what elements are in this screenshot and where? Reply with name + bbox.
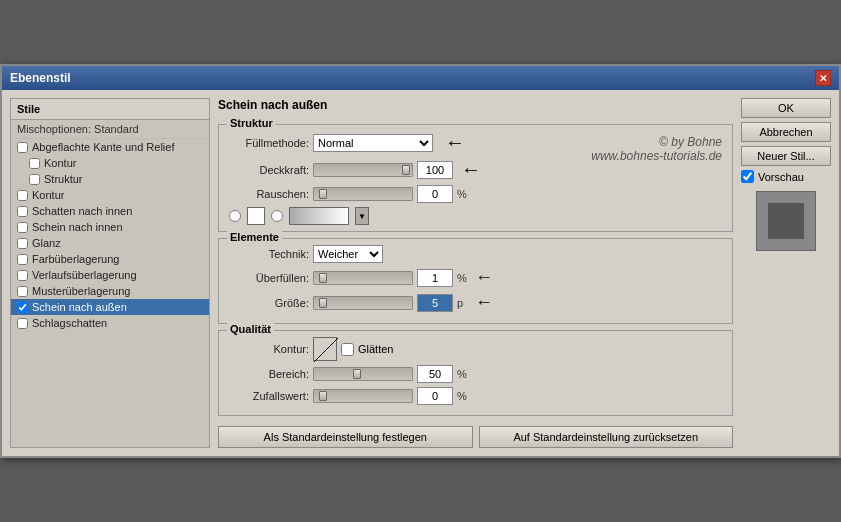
close-button[interactable]: ✕ xyxy=(815,70,831,86)
technik-select[interactable]: Weicher xyxy=(313,245,383,263)
sidebar-item-kontur2[interactable]: Kontur xyxy=(11,187,209,203)
sidebar-item-farbueberl[interactable]: Farbüberlagerung xyxy=(11,251,209,267)
sidebar-item-schein-aussen[interactable]: Schein nach außen xyxy=(11,299,209,315)
fuellmethode-row: Füllmethode: Normal ← xyxy=(229,131,722,154)
groesse-label: Größe: xyxy=(229,297,309,309)
qualitaet-section: Qualität Kontur: Glätten Bereich: xyxy=(218,330,733,416)
color-swatch-white[interactable] xyxy=(247,207,265,225)
technik-row: Technik: Weicher xyxy=(229,245,722,263)
checkbox-struktur[interactable] xyxy=(29,174,40,185)
groesse-pixel: p xyxy=(457,297,471,309)
rauschen-slider[interactable] xyxy=(313,187,413,201)
sidebar-item-struktur[interactable]: Struktur xyxy=(11,171,209,187)
ueberfuellen-slider[interactable] xyxy=(313,271,413,285)
groesse-row: Größe: p ← xyxy=(229,292,722,313)
color-row: ▼ xyxy=(229,207,722,225)
fuellmethode-select[interactable]: Normal xyxy=(313,134,433,152)
reset-standard-button[interactable]: Auf Standardeinstellung zurücksetzen xyxy=(479,426,734,448)
checkbox-verlaufsueberl[interactable] xyxy=(17,270,28,281)
sidebar-label-schatten-innen: Schatten nach innen xyxy=(32,205,132,217)
zufallswert-slider[interactable] xyxy=(313,389,413,403)
gradient-bar[interactable] xyxy=(289,207,349,225)
sidebar-label-kontur1: Kontur xyxy=(44,157,76,169)
sidebar-item-verlaufsueberl[interactable]: Verlaufsüberlagerung xyxy=(11,267,209,283)
titlebar: Ebenenstil ✕ xyxy=(2,66,839,90)
glaetten-checkbox[interactable] xyxy=(341,343,354,356)
ueberfuellen-row: Überfüllen: % ← xyxy=(229,267,722,288)
ueberfuellen-label: Überfüllen: xyxy=(229,272,309,284)
styles-header: Stile xyxy=(11,99,209,120)
checkbox-farbueberl[interactable] xyxy=(17,254,28,265)
neuer-stil-button[interactable]: Neuer Stil... xyxy=(741,146,831,166)
sidebar-item-glanz[interactable]: Glanz xyxy=(11,235,209,251)
checkbox-kontur2[interactable] xyxy=(17,190,28,201)
sidebar-label-glanz: Glanz xyxy=(32,237,61,249)
bereich-label: Bereich: xyxy=(229,368,309,380)
sidebar-item-musterueberl[interactable]: Musterüberlagerung xyxy=(11,283,209,299)
checkbox-schein-aussen[interactable] xyxy=(17,302,28,313)
sidebar-item-schlagschatten[interactable]: Schlagschatten xyxy=(11,315,209,331)
deckkraft-slider[interactable] xyxy=(313,163,413,177)
groesse-input[interactable] xyxy=(417,294,453,312)
bereich-slider[interactable] xyxy=(313,367,413,381)
checkbox-schein-innen[interactable] xyxy=(17,222,28,233)
checkbox-abgeflachte[interactable] xyxy=(17,142,28,153)
content-area: Stile Mischoptionen: Standard Abgeflacht… xyxy=(2,90,839,456)
bottom-buttons: Als Standardeinstellung festlegen Auf St… xyxy=(218,426,733,448)
sidebar-label-schein-innen: Schein nach innen xyxy=(32,221,123,233)
checkbox-kontur1[interactable] xyxy=(29,158,40,169)
bereich-input[interactable] xyxy=(417,365,453,383)
sidebar-label-verlaufsueberl: Verlaufsüberlagerung xyxy=(32,269,137,281)
sidebar-item-kontur1[interactable]: Kontur xyxy=(11,155,209,171)
sidebar-label-schein-aussen: Schein nach außen xyxy=(32,301,127,313)
sidebar-item-schein-innen[interactable]: Schein nach innen xyxy=(11,219,209,235)
right-panel: OK Abbrechen Neuer Stil... Vorschau xyxy=(741,98,831,448)
radio-solid[interactable] xyxy=(229,210,241,222)
arrow-fuellmethode: ← xyxy=(445,131,465,154)
kontur-label: Kontur: xyxy=(229,343,309,355)
ueberfuellen-input[interactable] xyxy=(417,269,453,287)
sidebar-item-abgeflachte[interactable]: Abgeflachte Kante und Relief xyxy=(11,139,209,155)
fuellmethode-label: Füllmethode: xyxy=(229,137,309,149)
elemente-label: Elemente xyxy=(227,231,282,243)
checkbox-schlagschatten[interactable] xyxy=(17,318,28,329)
sidebar-label-farbueberl: Farbüberlagerung xyxy=(32,253,119,265)
gradient-dropdown-arrow[interactable]: ▼ xyxy=(355,207,369,225)
groesse-slider[interactable] xyxy=(313,296,413,310)
arrow-deckkraft: ← xyxy=(461,158,481,181)
qualitaet-label: Qualität xyxy=(227,323,274,335)
sidebar-label-struktur: Struktur xyxy=(44,173,83,185)
checkbox-musterueberl[interactable] xyxy=(17,286,28,297)
rauschen-label: Rauschen: xyxy=(229,188,309,200)
vorschau-checkbox[interactable] xyxy=(741,170,754,183)
rauschen-percent: % xyxy=(457,188,471,200)
sidebar-item-schatten-innen[interactable]: Schatten nach innen xyxy=(11,203,209,219)
fuellmethode-container: Normal xyxy=(313,134,433,152)
sidebar-label-schlagschatten: Schlagschatten xyxy=(32,317,107,329)
zufallswert-input[interactable] xyxy=(417,387,453,405)
checkbox-glanz[interactable] xyxy=(17,238,28,249)
abbrechen-button[interactable]: Abbrechen xyxy=(741,122,831,142)
rauschen-row: Rauschen: % xyxy=(229,185,722,203)
struktur-label: Struktur xyxy=(227,117,276,129)
checkbox-schatten-innen[interactable] xyxy=(17,206,28,217)
kontur-row: Kontur: Glätten xyxy=(229,337,722,361)
zufallswert-label: Zufallswert: xyxy=(229,390,309,402)
kontur-thumbnail[interactable] xyxy=(313,337,337,361)
rauschen-input[interactable] xyxy=(417,185,453,203)
struktur-section: Struktur Füllmethode: Normal ← Deckkraft… xyxy=(218,124,733,232)
bereich-percent: % xyxy=(457,368,471,380)
ok-button[interactable]: OK xyxy=(741,98,831,118)
set-standard-button[interactable]: Als Standardeinstellung festlegen xyxy=(218,426,473,448)
left-panel: Stile Mischoptionen: Standard Abgeflacht… xyxy=(10,98,210,448)
section-main-title: Schein nach außen xyxy=(218,98,733,112)
deckkraft-input[interactable] xyxy=(417,161,453,179)
misch-subheader: Mischoptionen: Standard xyxy=(11,120,209,139)
zufallswert-row: Zufallswert: % xyxy=(229,387,722,405)
sidebar-label-musterueberl: Musterüberlagerung xyxy=(32,285,130,297)
vorschau-label: Vorschau xyxy=(758,171,804,183)
zufallswert-percent: % xyxy=(457,390,471,402)
sidebar-label-kontur2: Kontur xyxy=(32,189,64,201)
sidebar-label-abgeflachte: Abgeflachte Kante und Relief xyxy=(32,141,175,153)
radio-gradient[interactable] xyxy=(271,210,283,222)
